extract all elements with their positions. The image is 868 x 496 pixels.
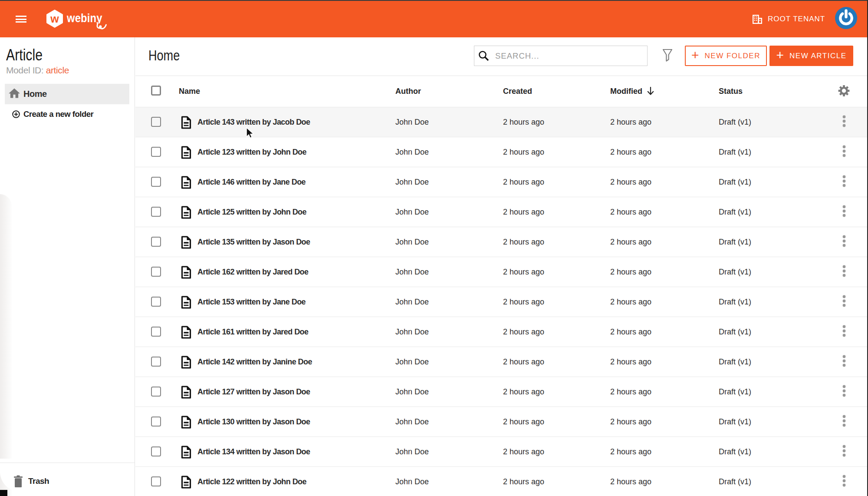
svg-text:w: w bbox=[50, 13, 59, 25]
